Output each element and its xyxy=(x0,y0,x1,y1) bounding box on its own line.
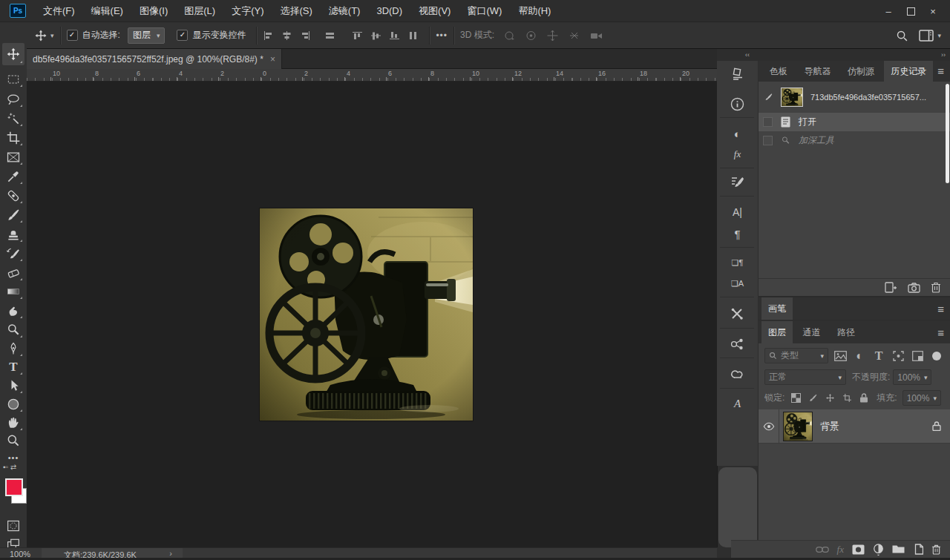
history-brush-source-icon[interactable] xyxy=(759,92,778,102)
opacity-field[interactable]: 100% ▾ xyxy=(893,369,931,385)
menu-image[interactable]: 图像(I) xyxy=(131,0,176,22)
auto-select-dropdown[interactable]: 图层 ▾ xyxy=(128,27,166,44)
tab-navigator[interactable]: 导航器 xyxy=(797,61,837,82)
panel-menu-icon[interactable]: ≡ xyxy=(937,65,944,77)
info-icon[interactable] xyxy=(728,95,747,113)
marquee-tool[interactable] xyxy=(2,70,24,89)
pen-tool[interactable] xyxy=(2,339,24,358)
3d-camera-icon[interactable] xyxy=(589,30,603,42)
filter-adjustment-layers-icon[interactable]: ◐ xyxy=(852,349,867,363)
styles-icon[interactable]: fx xyxy=(728,145,747,163)
lock-all-icon[interactable] xyxy=(858,391,870,406)
expand-dock-icon[interactable]: ‹‹ xyxy=(745,51,750,59)
brush-panel-menu-icon[interactable]: ≡ xyxy=(937,303,944,315)
adjustment-layer-icon[interactable] xyxy=(873,544,884,556)
network-share-icon[interactable] xyxy=(728,335,747,353)
history-brush-tool[interactable] xyxy=(2,244,24,263)
path-select-tool[interactable] xyxy=(2,376,24,395)
close-button[interactable]: × xyxy=(923,3,943,19)
menu-3d[interactable]: 3D(D) xyxy=(368,0,410,22)
fill-field[interactable]: 100% ▾ xyxy=(902,390,941,406)
layer-filter-dropdown[interactable]: 类型 ▾ xyxy=(764,348,828,363)
new-document-from-state-icon[interactable] xyxy=(885,282,897,293)
foreground-color-swatch[interactable] xyxy=(5,478,23,496)
filter-type-layers-icon[interactable]: T xyxy=(871,349,886,363)
filter-smart-objects-icon[interactable] xyxy=(910,349,925,363)
menu-layer[interactable]: 图层(L) xyxy=(176,0,223,22)
menu-file[interactable]: 文件(F) xyxy=(35,0,83,22)
3d-pan-icon[interactable] xyxy=(546,30,559,42)
lock-transparency-icon[interactable] xyxy=(790,391,802,406)
magic-wand-tool[interactable] xyxy=(2,109,24,128)
filter-pixel-layers-icon[interactable] xyxy=(833,349,848,363)
menu-view[interactable]: 视图(V) xyxy=(410,0,459,22)
menu-type[interactable]: 文字(Y) xyxy=(223,0,272,22)
layer-style-icon[interactable]: fx xyxy=(837,544,844,556)
menu-filter[interactable]: 滤镜(T) xyxy=(321,0,369,22)
tab-paths[interactable]: 路径 xyxy=(831,321,862,343)
paragraph-styles-icon[interactable]: ❏A xyxy=(728,274,747,292)
gradient-tool[interactable] xyxy=(2,282,24,301)
history-step-open[interactable]: 打开 xyxy=(759,113,950,131)
character-styles-icon[interactable]: ❏¶ xyxy=(728,254,747,271)
delete-layer-icon[interactable] xyxy=(931,544,941,555)
frame-tool[interactable] xyxy=(2,148,24,167)
align-top-edges-icon[interactable] xyxy=(352,30,363,41)
history-snapshot-row[interactable]: 713db5fe496da3fe035715657... xyxy=(759,84,950,111)
glyphs-icon[interactable]: A xyxy=(728,395,747,412)
history-step-burn[interactable]: 加深工具 xyxy=(759,131,950,150)
tab-brush[interactable]: 画笔 xyxy=(761,297,793,320)
menu-help[interactable]: 帮助(H) xyxy=(510,0,559,22)
document-image[interactable] xyxy=(260,208,473,421)
paragraph-icon[interactable]: ¶ xyxy=(728,225,747,243)
layer-thumbnail[interactable] xyxy=(783,412,813,441)
lock-pixels-icon[interactable] xyxy=(807,391,819,406)
delete-state-icon[interactable] xyxy=(931,282,941,293)
tab-channels[interactable]: 通道 xyxy=(796,321,827,343)
align-bottom-edges-icon[interactable] xyxy=(389,30,400,41)
search-icon[interactable] xyxy=(896,30,908,42)
tool-preset-chevron-icon[interactable]: ▾ xyxy=(50,32,54,39)
menu-window[interactable]: 窗口(W) xyxy=(459,0,510,22)
tab-clone-source[interactable]: 仿制源 xyxy=(841,61,881,82)
more-options-icon[interactable]: ••• xyxy=(436,30,448,41)
lock-position-icon[interactable] xyxy=(824,391,836,406)
crop-tool[interactable] xyxy=(2,128,24,148)
tab-layers[interactable]: 图层 xyxy=(761,321,793,343)
eyedropper-tool[interactable] xyxy=(2,167,24,186)
smudge-tool[interactable] xyxy=(2,301,24,320)
filter-shape-layers-icon[interactable] xyxy=(891,349,905,363)
tool-presets-icon[interactable] xyxy=(728,305,747,323)
new-group-icon[interactable] xyxy=(892,544,905,554)
type-tool[interactable]: T xyxy=(2,358,24,377)
clone-stamp-tool[interactable] xyxy=(2,225,24,244)
new-snapshot-icon[interactable] xyxy=(908,283,920,293)
align-horizontal-centers-icon[interactable] xyxy=(281,30,292,41)
move-tool-option-icon[interactable] xyxy=(34,29,48,42)
link-layers-icon[interactable] xyxy=(816,546,829,553)
brush-settings-icon[interactable] xyxy=(728,174,747,191)
auto-select-checkbox[interactable]: ✓ xyxy=(67,30,78,41)
hand-tool[interactable] xyxy=(2,413,24,432)
tab-close-icon[interactable]: × xyxy=(270,54,275,65)
layer-row-background[interactable]: 背景 xyxy=(759,409,950,444)
layer-visibility-toggle[interactable] xyxy=(759,409,779,443)
tab-history[interactable]: 历史记录 xyxy=(884,61,933,82)
properties-icon[interactable] xyxy=(728,65,747,83)
history-source-checkbox[interactable] xyxy=(763,136,773,145)
history-source-checkbox[interactable] xyxy=(763,117,773,127)
quick-mask-button[interactable] xyxy=(2,516,24,536)
eraser-tool[interactable] xyxy=(2,263,24,283)
align-left-edges-icon[interactable] xyxy=(263,30,274,41)
workspace-switcher[interactable]: ▾ xyxy=(919,30,941,42)
menu-edit[interactable]: 编辑(E) xyxy=(83,0,131,22)
layer-name[interactable]: 背景 xyxy=(820,420,932,433)
blend-mode-dropdown[interactable]: 正常 ▾ xyxy=(764,369,846,385)
libraries-icon[interactable] xyxy=(728,366,747,383)
minimize-button[interactable]: – xyxy=(879,3,898,19)
shape-tool[interactable] xyxy=(2,395,24,414)
canvas-area[interactable] xyxy=(27,82,717,547)
horizontal-ruler[interactable]: 10 8 6 4 2 0 2 4 6 8 10 12 14 16 18 20 xyxy=(27,69,717,82)
show-transform-checkbox[interactable]: ✓ xyxy=(177,30,188,41)
status-chevron-icon[interactable]: › xyxy=(169,549,172,558)
